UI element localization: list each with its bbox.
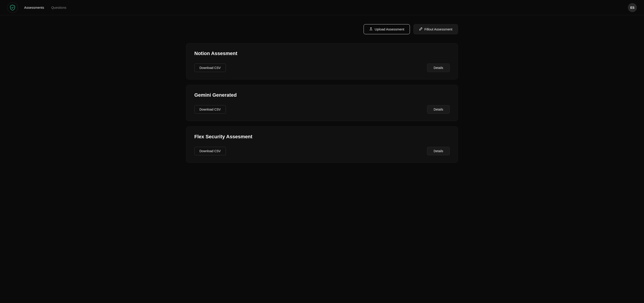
fillout-assessment-label: Fillout Assessment bbox=[424, 27, 452, 31]
assessment-card-flex: Flex Security Assesment Download CSV Det… bbox=[186, 126, 458, 163]
nav-questions[interactable]: Questions bbox=[51, 6, 66, 10]
nav-links: Assessments Questions bbox=[24, 6, 628, 10]
avatar[interactable]: ES bbox=[628, 3, 637, 12]
fillout-assessment-button[interactable]: Fillout Assessment bbox=[414, 24, 458, 34]
download-csv-notion[interactable]: Download CSV bbox=[194, 64, 226, 72]
card-footer-notion: Download CSV Details bbox=[194, 64, 450, 72]
navbar: Assessments Questions ES bbox=[0, 0, 644, 15]
details-gemini[interactable]: Details bbox=[427, 105, 450, 114]
assessment-title-gemini: Gemini Generated bbox=[194, 92, 450, 98]
logo[interactable] bbox=[7, 2, 18, 13]
card-footer-gemini: Download CSV Details bbox=[194, 105, 450, 114]
nav-assessments[interactable]: Assessments bbox=[24, 6, 44, 10]
card-footer-flex: Download CSV Details bbox=[194, 147, 450, 155]
details-flex[interactable]: Details bbox=[427, 147, 450, 155]
main-content: Upload Assessment Fillout Assessment Not… bbox=[179, 15, 465, 177]
pencil-icon bbox=[419, 27, 422, 31]
upload-icon bbox=[369, 27, 373, 31]
download-csv-gemini[interactable]: Download CSV bbox=[194, 105, 226, 114]
assessment-card-notion: Notion Assesment Download CSV Details bbox=[186, 43, 458, 80]
action-bar: Upload Assessment Fillout Assessment bbox=[186, 24, 458, 34]
assessment-title-notion: Notion Assesment bbox=[194, 51, 450, 56]
download-csv-flex[interactable]: Download CSV bbox=[194, 147, 226, 155]
upload-assessment-label: Upload Assessment bbox=[374, 27, 404, 31]
upload-assessment-button[interactable]: Upload Assessment bbox=[364, 24, 410, 34]
details-notion[interactable]: Details bbox=[427, 64, 450, 72]
assessment-card-gemini: Gemini Generated Download CSV Details bbox=[186, 85, 458, 121]
assessments-list: Notion Assesment Download CSV Details Ge… bbox=[186, 43, 458, 163]
assessment-title-flex: Flex Security Assesment bbox=[194, 134, 450, 140]
